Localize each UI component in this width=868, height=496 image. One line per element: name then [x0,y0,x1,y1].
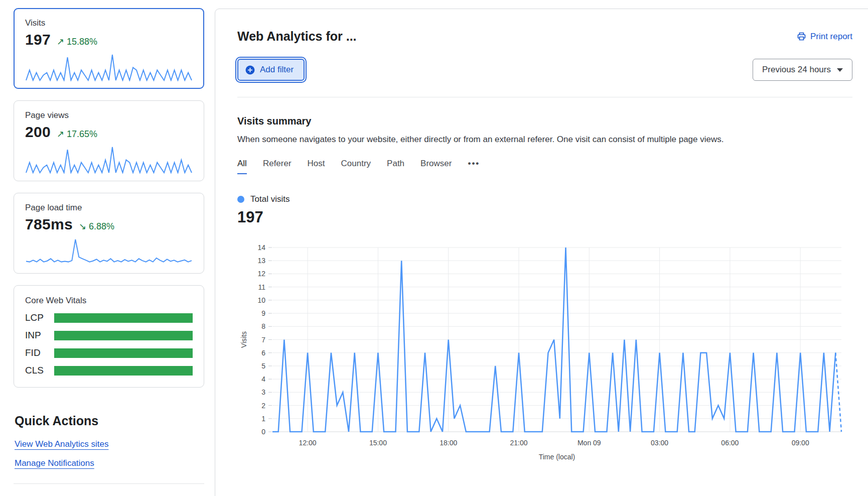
tab-path[interactable]: Path [387,159,404,174]
cwv-bar-cls [54,366,193,376]
cwv-bar-inp [54,331,193,340]
print-report-label: Print report [810,32,852,42]
cwv-bar-track [54,366,193,376]
time-range-label: Previous 24 hours [762,65,831,75]
cwv-label: INP [25,330,54,341]
svg-text:06:00: 06:00 [721,439,739,447]
svg-text:Visits: Visits [240,331,248,348]
page-views-sparkline [25,146,193,174]
metric-card-page-load-time[interactable]: Page load time 785ms ↘ 6.88% [14,193,204,274]
metric-value: 785ms [25,216,73,233]
cwv-row-fid: FID [25,347,193,358]
manage-notifications-link[interactable]: Manage Notifications [15,458,94,468]
visits-sparkline [25,53,193,81]
metric-value: 197 [25,31,51,48]
cwv-bar-track [54,348,193,358]
svg-text:Mon 09: Mon 09 [577,439,601,447]
svg-text:12:00: 12:00 [299,439,317,447]
cwv-bar-fid [54,348,193,358]
metric-card-page-views[interactable]: Page views 200 ↗ 17.65% [14,100,204,181]
print-report-link[interactable]: Print report [797,32,852,42]
svg-text:2: 2 [261,402,265,410]
tab-country[interactable]: Country [341,159,371,174]
tab-browser[interactable]: Browser [420,159,452,174]
page-load-sparkline [25,238,193,266]
summary-tabs: All Referer Host Country Path Browser ••… [237,159,850,174]
tab-more-ellipsis-icon[interactable]: ••• [468,159,480,174]
core-web-vitals-card: Core Web Vitals LCP INP FID CLS [14,285,204,388]
tab-all[interactable]: All [237,159,247,174]
svg-text:14: 14 [257,243,265,252]
metric-value: 200 [25,123,51,141]
cwv-row-lcp: LCP [25,312,193,323]
tab-referer[interactable]: Referer [263,159,292,174]
view-web-analytics-sites-link[interactable]: View Web Analytics sites [15,439,108,449]
legend-label: Total visits [250,194,290,204]
cwv-label: LCP [25,312,54,323]
legend-dot-icon [237,196,244,203]
time-range-dropdown[interactable]: Previous 24 hours [753,59,852,81]
metric-title: Page views [25,110,193,120]
svg-text:10: 10 [257,296,265,304]
printer-icon [797,32,806,41]
main-panel: Web Analytics for ... Print report [215,9,868,496]
svg-text:0: 0 [261,428,265,436]
page-title: Web Analytics for ... [237,29,357,44]
svg-text:09:00: 09:00 [792,439,809,447]
cwv-label: CLS [25,365,54,376]
svg-text:18:00: 18:00 [440,439,457,447]
cwv-label: FID [25,347,54,358]
visits-line-chart: 0123456789101112131412:0015:0018:0021:00… [238,238,850,465]
visits-summary-title: Visits summary [237,115,850,127]
total-visits-value: 197 [237,208,850,226]
svg-text:Time (local): Time (local) [539,453,575,461]
cwv-bar-lcp [54,313,193,323]
svg-text:1: 1 [261,415,265,423]
add-filter-label: Add filter [260,65,294,75]
visits-chart: 0123456789101112131412:0015:0018:0021:00… [238,238,850,467]
plus-circle-icon [245,65,255,75]
sidebar: Visits 197 ↗ 15.88% Page views 200 ↗ 17.… [14,8,204,484]
page: Visits 197 ↗ 15.88% Page views 200 ↗ 17.… [0,0,868,496]
svg-text:4: 4 [261,375,265,383]
cwv-bar-track [54,331,193,340]
add-filter-button[interactable]: Add filter [237,59,305,81]
svg-text:03:00: 03:00 [651,439,668,447]
tab-host[interactable]: Host [308,159,325,174]
svg-text:8: 8 [261,322,265,330]
metric-delta-up: ↗ 17.65% [57,129,97,140]
sidebar-divider [14,483,204,484]
metric-card-visits[interactable]: Visits 197 ↗ 15.88% [14,8,204,89]
svg-text:6: 6 [261,349,265,357]
core-web-vitals-title: Core Web Vitals [25,296,193,306]
chart-legend: Total visits [237,194,850,204]
svg-text:15:00: 15:00 [369,439,387,447]
svg-text:9: 9 [261,309,265,317]
svg-text:11: 11 [258,283,265,291]
metric-delta-down: ↘ 6.88% [79,221,114,232]
svg-text:3: 3 [261,388,265,396]
cwv-bar-track [54,313,193,323]
svg-text:12: 12 [257,270,265,278]
cwv-row-inp: INP [25,330,193,341]
svg-text:5: 5 [261,362,265,370]
quick-actions-title: Quick Actions [15,414,204,428]
chevron-down-icon [837,68,843,72]
cwv-row-cls: CLS [25,365,193,376]
metric-title: Visits [25,18,193,28]
visits-summary-description: When someone navigates to your website, … [237,135,850,145]
svg-text:13: 13 [257,257,265,265]
metric-delta-up: ↗ 15.88% [57,36,97,47]
svg-text:7: 7 [261,336,265,344]
svg-text:21:00: 21:00 [510,439,527,447]
metric-title: Page load time [25,203,193,213]
